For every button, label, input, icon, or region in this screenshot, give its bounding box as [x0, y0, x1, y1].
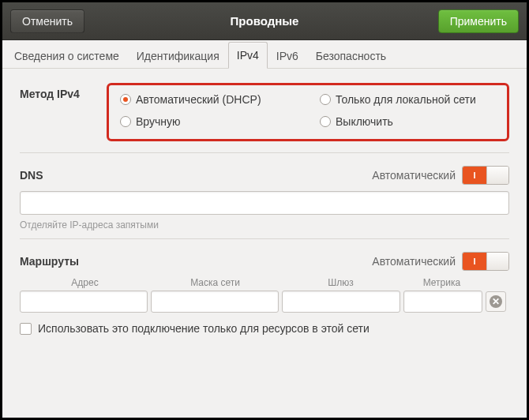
route-header-netmask: Маска сети [152, 277, 279, 288]
dns-auto-label: Автоматический [372, 169, 456, 182]
radio-icon [120, 116, 131, 127]
radio-label: Выключить [336, 115, 393, 128]
only-local-label: Использовать это подключение только для … [38, 322, 370, 335]
checkbox-icon [20, 323, 32, 335]
radio-label: Автоматический (DHCP) [136, 93, 261, 106]
separator [20, 238, 509, 239]
switch-knob [486, 253, 508, 270]
titlebar: Отменить Проводные Применить [2, 2, 527, 40]
route-header-metric: Метрика [403, 277, 481, 288]
switch-on-indicator: I [463, 253, 486, 270]
routes-auto-switch[interactable]: I [462, 252, 509, 271]
apply-button[interactable]: Применить [438, 9, 519, 33]
method-radio-off[interactable]: Выключить [320, 115, 496, 128]
method-radio-manual[interactable]: Вручную [120, 115, 296, 128]
method-label: Метод IPv4 [20, 83, 107, 100]
radio-icon [320, 116, 331, 127]
separator [20, 152, 509, 153]
tab-system-info[interactable]: Сведения о системе [6, 43, 128, 69]
routes-auto-label: Автоматический [372, 255, 456, 268]
radio-icon [320, 94, 331, 105]
close-icon: ✕ [490, 295, 502, 308]
route-address-input[interactable] [20, 291, 148, 313]
routes-title: Маршруты [20, 255, 79, 268]
dns-auto-switch[interactable]: I [462, 166, 509, 185]
tab-bar: Сведения о системе Идентификация IPv4 IP… [2, 40, 527, 69]
tab-security[interactable]: Безопасность [307, 43, 395, 69]
radio-label: Вручную [136, 115, 181, 128]
route-delete-button[interactable]: ✕ [486, 291, 506, 312]
method-radio-local[interactable]: Только для локальной сети [320, 93, 496, 106]
only-local-checkbox[interactable]: Использовать это подключение только для … [20, 322, 509, 335]
dns-hint: Отделяйте IP-адреса запятыми [20, 219, 509, 231]
route-metric-input[interactable] [403, 291, 482, 313]
route-row: ✕ [20, 291, 509, 313]
route-gateway-input[interactable] [282, 291, 400, 313]
radio-label: Только для локальной сети [336, 93, 476, 106]
dns-title: DNS [20, 169, 43, 182]
content-area: Метод IPv4 Автоматический (DHCP) Только … [2, 69, 527, 418]
dns-input[interactable] [20, 191, 509, 215]
switch-on-indicator: I [463, 167, 486, 184]
method-highlight-box: Автоматический (DHCP) Только для локальн… [107, 83, 509, 141]
tab-ipv6[interactable]: IPv6 [268, 43, 307, 69]
tab-ipv4[interactable]: IPv4 [228, 42, 268, 69]
method-radio-auto[interactable]: Автоматический (DHCP) [120, 93, 296, 106]
route-header-gateway: Шлюз [282, 277, 400, 288]
route-netmask-input[interactable] [151, 291, 279, 313]
route-header-address: Адрес [21, 277, 148, 288]
switch-knob [486, 167, 508, 184]
radio-icon [120, 94, 131, 105]
cancel-button[interactable]: Отменить [10, 9, 84, 33]
tab-identification[interactable]: Идентификация [128, 43, 228, 69]
